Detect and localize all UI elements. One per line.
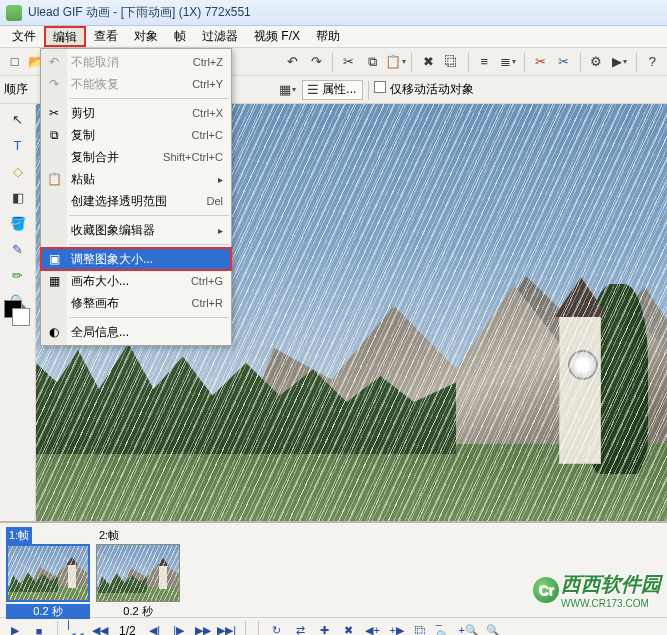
frame-left-icon[interactable]: ◀+: [364, 622, 382, 636]
menu-过滤器[interactable]: 过滤器: [194, 26, 246, 47]
duplicate-icon[interactable]: ⿻: [441, 51, 463, 73]
frame-label: 2:帧: [96, 527, 122, 544]
align-center-icon[interactable]: ≣: [497, 51, 519, 73]
trim-canvas-icon: [46, 295, 62, 311]
background-color[interactable]: [12, 308, 30, 326]
loop-icon[interactable]: ↻: [268, 622, 286, 636]
eyedropper-tool-glyph: ✎: [12, 242, 23, 257]
eraser-tool-glyph: ◧: [12, 190, 24, 205]
grid-toggle-icon: ▦: [279, 82, 291, 97]
menu-帮助[interactable]: 帮助: [308, 26, 348, 47]
uncrop-icon: ✂: [535, 54, 546, 69]
playback-btn-1[interactable]: ■: [30, 622, 48, 636]
optimize-icon[interactable]: ⚙: [586, 51, 608, 73]
menu-item-select-transparent-icon[interactable]: 创建选择透明范围Del: [41, 190, 231, 212]
frame-right-icon[interactable]: +▶: [388, 622, 406, 636]
playback-btn-0[interactable]: ▶: [6, 622, 24, 636]
titlebar: Ulead GIF 动画 - [下雨动画] (1X) 772x551: [0, 0, 667, 26]
redo-icon[interactable]: ↷: [305, 51, 327, 73]
brush-tool[interactable]: ✏: [7, 264, 29, 286]
playback-btn-2[interactable]: |◀◀: [67, 622, 85, 636]
menu-文件[interactable]: 文件: [4, 26, 44, 47]
properties-icon: ☰: [307, 82, 319, 97]
menu-item-undo-icon: ↶不能取消Ctrl+Z: [41, 51, 231, 73]
playback-btn-3[interactable]: ◀◀: [91, 622, 109, 636]
timeline-zoom-reset[interactable]: 🔍: [484, 622, 502, 636]
watermark-text: 西西软件园: [561, 573, 661, 595]
paste-icon: 📋: [385, 54, 401, 69]
playback-btn-5[interactable]: |▶: [170, 622, 188, 636]
menu-查看[interactable]: 查看: [86, 26, 126, 47]
delete-icon: ✖: [423, 54, 434, 69]
uncrop-icon[interactable]: ✂: [530, 51, 552, 73]
reverse-icon[interactable]: ⇄: [292, 622, 310, 636]
add-frame-icon[interactable]: ✚: [316, 622, 334, 636]
frame-thumbnail: [96, 544, 180, 602]
resize-image-icon: ▣: [46, 251, 62, 267]
menu-item-global-info-icon[interactable]: ◐全局信息...: [41, 321, 231, 343]
select-transparent-icon: [46, 193, 62, 209]
new-icon[interactable]: □: [4, 51, 26, 73]
app-icon: [6, 5, 22, 21]
window-title: Ulead GIF 动画 - [下雨动画] (1X) 772x551: [28, 4, 251, 21]
copy-icon: ⧉: [368, 54, 377, 70]
dup-frame-icon[interactable]: ⿻: [412, 622, 430, 636]
timeline-zoom-in[interactable]: +🔍: [460, 622, 478, 636]
pointer-tool-glyph: ↖: [12, 112, 23, 127]
paste-icon[interactable]: 📋: [385, 51, 407, 73]
cut-icon[interactable]: ✂: [338, 51, 360, 73]
menu-编辑[interactable]: 编辑: [44, 26, 86, 47]
menu-对象[interactable]: 对象: [126, 26, 166, 47]
menu-item-canvas-size-icon[interactable]: ▦画布大小...Ctrl+G: [41, 270, 231, 292]
menu-item-trim-canvas-icon[interactable]: 修整画布Ctrl+R: [41, 292, 231, 314]
frame-2[interactable]: 2:帧0.2 秒: [96, 527, 180, 619]
playback-btn-6[interactable]: ▶▶: [194, 622, 212, 636]
copy-icon[interactable]: ⧉: [361, 51, 383, 73]
eraser-tool[interactable]: ◧: [7, 186, 29, 208]
playback-btn-4[interactable]: ◀|: [146, 622, 164, 636]
copy-icon: ⧉: [46, 127, 62, 143]
delete-frame-icon[interactable]: ✖: [340, 622, 358, 636]
eyedropper-tool[interactable]: ✎: [7, 238, 29, 260]
bucket-tool[interactable]: 🪣: [7, 212, 29, 234]
menu-item-paste-icon[interactable]: 📋粘贴: [41, 168, 231, 190]
crop-icon: ✂: [558, 54, 569, 69]
grid-toggle-icon[interactable]: ▦: [276, 79, 298, 101]
global-info-icon: ◐: [46, 324, 62, 340]
watermark-url: WWW.CR173.COM: [561, 598, 661, 609]
canvas-size-icon: ▦: [46, 273, 62, 289]
properties-button[interactable]: ☰ 属性...: [302, 80, 363, 100]
menu-item-resize-image-icon[interactable]: ▣调整图象大小...: [41, 248, 231, 270]
preview-icon[interactable]: ▶: [609, 51, 631, 73]
frame-1[interactable]: 1:帧0.2 秒: [6, 527, 90, 619]
menu-item-cut-icon[interactable]: ✂剪切Ctrl+X: [41, 102, 231, 124]
undo-icon: ↶: [46, 54, 62, 70]
cut-icon: ✂: [343, 54, 354, 69]
undo-icon[interactable]: ↶: [282, 51, 304, 73]
preview-icon: ▶: [612, 54, 622, 69]
bucket-tool-glyph: 🪣: [10, 216, 26, 231]
text-tool[interactable]: T: [7, 134, 29, 156]
watermark: Cr 西西软件园 WWW.CR173.COM: [533, 571, 661, 609]
menu-帧[interactable]: 帧: [166, 26, 194, 47]
pointer-tool[interactable]: ↖: [7, 108, 29, 130]
help-icon[interactable]: ?: [642, 51, 664, 73]
redo-icon: ↷: [311, 54, 322, 69]
menu-视频 F/X[interactable]: 视频 F/X: [246, 26, 308, 47]
menubar: 文件编辑查看对象帧过滤器视频 F/X帮助: [0, 26, 667, 48]
move-active-only-checkbox[interactable]: 仅移动活动对象: [374, 81, 474, 98]
menu-item-copy-icon[interactable]: ⧉复制Ctrl+C: [41, 124, 231, 146]
frame-thumbnail: [6, 544, 90, 602]
playback-btn-7[interactable]: ▶▶|: [218, 622, 236, 636]
menu-item-merge-copy-icon[interactable]: 复制合并Shift+Ctrl+C: [41, 146, 231, 168]
menu-item-redo-icon: ↷不能恢复Ctrl+Y: [41, 73, 231, 95]
crop-icon[interactable]: ✂: [553, 51, 575, 73]
delete-icon[interactable]: ✖: [417, 51, 439, 73]
menu-item-fav-editor-icon[interactable]: 收藏图象编辑器: [41, 219, 231, 241]
cut-icon: ✂: [46, 105, 62, 121]
shape-tool[interactable]: ◇: [7, 160, 29, 182]
duplicate-icon: ⿻: [445, 54, 458, 69]
align-left-icon[interactable]: ≡: [473, 51, 495, 73]
text-tool-glyph: T: [14, 138, 22, 153]
timeline-zoom-out[interactable]: –🔍: [436, 622, 454, 636]
